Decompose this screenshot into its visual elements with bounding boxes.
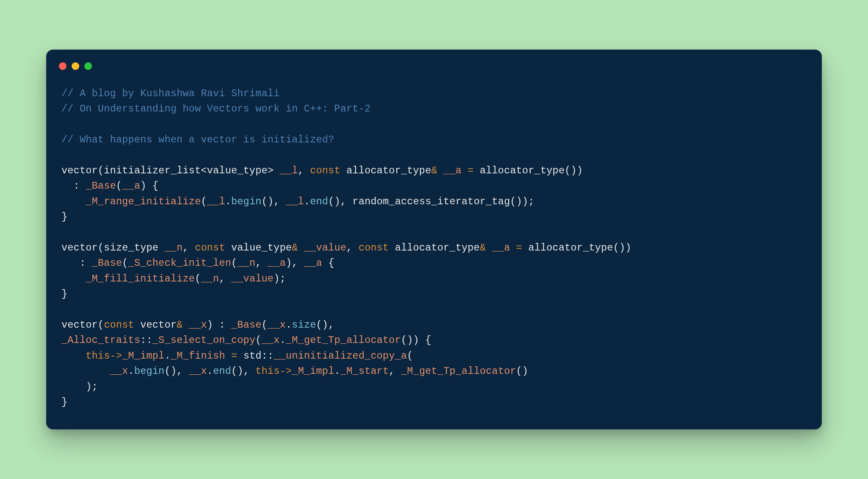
comment-line: // On Understanding how Vectors work in … <box>61 103 370 114</box>
window-zoom-icon[interactable] <box>84 62 92 70</box>
window-close-icon[interactable] <box>59 62 67 70</box>
comment-line: // A blog by Kushashwa Ravi Shrimali <box>61 88 280 99</box>
code-window: // A blog by Kushashwa Ravi Shrimali // … <box>46 50 822 430</box>
window-traffic-lights <box>59 62 807 70</box>
comment-line: // What happens when a vector is initial… <box>61 134 334 145</box>
page-background: // A blog by Kushashwa Ravi Shrimali // … <box>0 0 868 479</box>
code-block: // A blog by Kushashwa Ravi Shrimali // … <box>61 86 807 410</box>
window-minimize-icon[interactable] <box>72 62 79 70</box>
